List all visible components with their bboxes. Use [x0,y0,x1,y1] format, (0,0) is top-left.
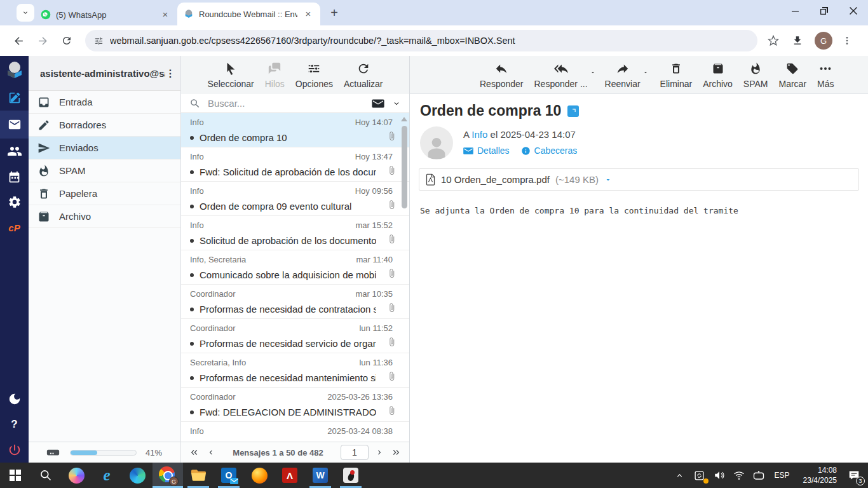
message-list-row[interactable]: Coordinador 2025-03-26 13:36 Fwd: DELEGA… [181,388,409,422]
folder-enviados[interactable]: Enviados [29,137,180,159]
reply-all-button[interactable]: Responder ... [534,62,588,93]
calendar-icon[interactable] [0,164,29,189]
message-list-row[interactable]: Coordinador mar 10:35 Proformas de neces… [181,285,409,319]
bookmark-star-icon[interactable] [763,30,784,51]
first-page-icon[interactable] [189,447,200,458]
start-button[interactable] [0,463,31,488]
refresh-button[interactable]: Actualizar [344,62,383,94]
taskbar-search-button[interactable] [31,463,61,488]
forward-button[interactable]: Reenviar [605,62,641,93]
sync-status-icon[interactable] [692,468,707,483]
language-indicator[interactable]: ESP [771,471,794,480]
cpanel-icon[interactable]: cP [0,215,29,240]
attachment-row[interactable]: 10 Orden_de_compra.pdf (~149 KB) [419,168,859,191]
message-list-row[interactable]: Info 2025-03-24 08:38 [181,422,409,442]
tray-expand-chevron-icon[interactable] [672,468,688,483]
message-list-row[interactable]: Coordinador lun 11:52 Proformas de neces… [181,319,409,353]
tab-search-button[interactable] [17,4,34,22]
new-tab-button[interactable]: + [325,4,343,22]
attachment-menu-caret-icon[interactable] [604,176,612,184]
prev-page-icon[interactable] [207,447,215,458]
url-text[interactable]: webmail.sanjuan.gob.ec/cpsess4226567160/… [110,36,749,46]
roundcube-app: cP ? asistente-administrativo@sa... ⋮ En… [0,56,868,463]
spam-button[interactable]: SPAM [743,62,768,93]
dropdown-caret-icon[interactable] [590,69,596,76]
darkmode-icon[interactable] [0,386,29,412]
page-number-input[interactable] [341,445,369,460]
help-icon[interactable]: ? [0,412,29,437]
meet-now-camera-icon[interactable] [751,468,766,483]
edge-button[interactable] [122,463,153,488]
downloads-icon[interactable] [787,30,808,51]
acrobat-button[interactable]: Λ [275,463,305,488]
compose-icon[interactable] [0,85,29,111]
folder-papelera[interactable]: Papelera [29,182,180,205]
select-button[interactable]: Seleccionar [208,62,254,94]
delete-button[interactable]: Eliminar [660,62,693,93]
options-button[interactable]: Opciones [295,62,333,94]
message-list-row[interactable]: Info Hoy 14:07 Orden de compra 10 [181,113,409,147]
message-list-row[interactable]: Info Hoy 13:47 Fwd: Solicitud de aprobac… [181,147,409,182]
tab-roundcube[interactable]: Roundcube Webmail :: Enviados × [177,3,320,25]
details-link[interactable]: Detalles [463,146,510,156]
notification-center-icon[interactable]: 3 [846,468,862,483]
archive-button[interactable]: Archivo [703,62,733,93]
next-page-icon[interactable] [375,447,384,458]
contacts-icon[interactable] [0,139,29,164]
mark-button[interactable]: Marcar [779,62,807,93]
sender-link[interactable]: Info [471,129,487,140]
open-in-new-window-icon[interactable] [567,105,579,117]
message-list-row[interactable]: Info, Secretaria mar 11:40 Comunicado so… [181,250,409,285]
chrome-button[interactable]: G [153,463,183,488]
file-explorer-button[interactable] [183,463,214,488]
search-input[interactable] [207,97,372,109]
reload-button[interactable] [56,30,78,51]
scrollbar-up-arrow[interactable] [401,117,407,121]
window-restore-button[interactable] [810,0,839,22]
search-options-chevron-icon[interactable] [392,99,401,108]
java-app-button[interactable] [336,463,366,488]
scrollbar-thumb[interactable] [402,126,407,208]
clock[interactable]: 14:08 23/4/2025 [798,465,842,485]
folder-borradores[interactable]: Borradores [29,114,180,137]
sender-avatar [420,126,453,159]
window-minimize-button[interactable] [780,0,810,22]
reply-button[interactable]: Responder [480,62,524,93]
settings-icon[interactable] [0,189,29,215]
reply-icon [494,62,508,76]
search-scope-mail-icon[interactable] [372,98,384,109]
threads-button[interactable]: Hilos [265,62,285,94]
more-button[interactable]: Más [817,62,834,93]
outlook-button[interactable]: O [214,463,244,488]
window-close-button[interactable] [839,0,868,22]
word-button[interactable]: W [305,463,336,488]
tab-whatsapp[interactable]: (5) WhatsApp × [34,4,177,25]
internet-explorer-button[interactable]: e [92,463,122,488]
tab-close-icon[interactable]: × [302,8,314,20]
mail-icon[interactable] [0,111,29,139]
attachment-name[interactable]: 10 Orden_de_compra.pdf [441,174,550,185]
account-menu-icon[interactable]: ⋮ [165,72,174,75]
copilot-button[interactable] [61,463,92,488]
spam-icon [749,62,762,76]
folder-entrada[interactable]: Entrada [29,91,180,114]
message-list-row[interactable]: Info mar 15:52 Solicitud de aprobación d… [181,216,409,250]
folder-archivo[interactable]: Archivo [29,205,180,228]
message-list-row[interactable]: Info Hoy 09:56 Orden de compra 09 evento… [181,182,409,216]
headers-link[interactable]: Cabeceras [521,146,578,156]
folder-spam[interactable]: SPAM [29,159,180,182]
dropdown-caret-icon[interactable] [642,69,649,76]
message-list-row[interactable]: Secretaria, Info lun 11:36 Proformas de … [181,353,409,388]
forward-button[interactable] [32,30,53,51]
firefox-button[interactable] [244,463,275,488]
profile-avatar[interactable]: G [815,32,832,50]
tab-close-icon[interactable]: × [159,9,171,20]
wifi-icon[interactable] [731,468,747,483]
last-page-icon[interactable] [390,447,402,458]
omnibox[interactable]: webmail.sanjuan.gob.ec/cpsess4226567160/… [85,30,757,51]
site-settings-icon[interactable] [94,36,104,46]
browser-menu-icon[interactable] [836,30,858,51]
logout-icon[interactable] [0,437,29,463]
back-button[interactable] [8,30,29,51]
volume-icon[interactable] [712,468,727,483]
